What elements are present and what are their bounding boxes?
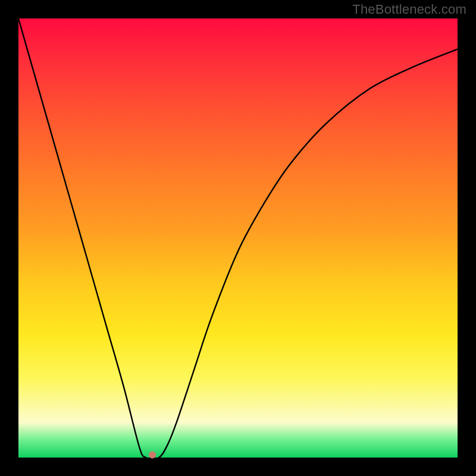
bottleneck-curve-svg (18, 18, 458, 458)
bottleneck-curve-path (18, 18, 458, 459)
watermark-text: TheBottleneck.com (352, 2, 466, 17)
chart-plot-area (18, 18, 458, 458)
marker-dot (149, 452, 156, 459)
